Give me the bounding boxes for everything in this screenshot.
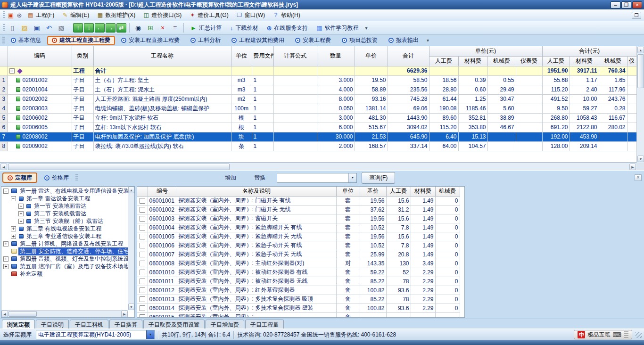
cell-price[interactable]: 58.89 bbox=[355, 85, 388, 94]
main-tab[interactable]: 基本信息 bbox=[6, 36, 46, 45]
close-button[interactable]: × bbox=[632, 1, 642, 8]
cell-feefile[interactable]: 1 bbox=[252, 104, 273, 113]
menu-item[interactable]: ▤工程(F) bbox=[24, 10, 58, 21]
cell-feefile[interactable]: 1 bbox=[252, 94, 273, 104]
tree-item[interactable]: +第二章 有线电视设备安装工程 bbox=[1, 225, 128, 232]
cell-machine[interactable]: 0 bbox=[435, 268, 460, 277]
cell-type[interactable]: 子目 bbox=[72, 94, 93, 104]
cell-code[interactable]: 06001012 bbox=[148, 286, 177, 295]
cell-formula[interactable] bbox=[273, 94, 317, 104]
cell-code[interactable]: 06001003 bbox=[148, 214, 177, 223]
main-tab[interactable]: 工料分析 bbox=[186, 36, 225, 45]
cell-unit[interactable]: 条 bbox=[231, 141, 252, 151]
cell[interactable]: 1.65 bbox=[599, 75, 627, 85]
cell[interactable]: 46.67 bbox=[487, 123, 516, 132]
cell-base-price[interactable]: 143.35 bbox=[360, 259, 386, 268]
tree-expander[interactable]: − bbox=[3, 189, 8, 194]
cell[interactable]: 117.96 bbox=[599, 85, 627, 94]
cell-total[interactable]: 235.56 bbox=[388, 85, 429, 94]
cell-qty[interactable]: 4.000 bbox=[317, 85, 355, 94]
cell-feefile[interactable]: 1 bbox=[252, 75, 273, 85]
cell-machine[interactable]: 0 bbox=[435, 277, 460, 286]
checkbox[interactable] bbox=[140, 234, 145, 239]
cell-name[interactable]: 合计 bbox=[93, 66, 231, 75]
cell-machine[interactable]: 0 bbox=[435, 223, 460, 232]
cell-material[interactable]: 1.49 bbox=[411, 205, 435, 214]
cell-type[interactable]: 子目 bbox=[72, 132, 93, 141]
cell-name[interactable]: 探测器安装（室内外、周界）: 门磁开关 无线 bbox=[177, 205, 336, 214]
cell-qty[interactable]: 3.000 bbox=[317, 75, 355, 85]
menu-item[interactable]: ✦造价工具(G) bbox=[185, 10, 232, 21]
cell-machine[interactable]: 0 bbox=[435, 205, 460, 214]
main-tab[interactable]: 安装工程直接工程费 bbox=[116, 36, 184, 45]
estimate-row[interactable]: 402003003子目电缆沟铺砌、盖砖(板)及移动盖板: 铺砌盖保护100m10… bbox=[0, 104, 636, 113]
cell[interactable] bbox=[627, 85, 636, 94]
cell-qty[interactable]: 3.000 bbox=[317, 113, 355, 123]
cell-material[interactable]: 3.49 bbox=[411, 259, 435, 268]
swap-button[interactable]: ⇄ bbox=[116, 23, 126, 33]
cell-labor[interactable]: 7.8 bbox=[386, 223, 411, 232]
bottom-tab[interactable]: 子目工料机 bbox=[70, 320, 108, 329]
cell-unit[interactable]: 根 bbox=[231, 123, 252, 132]
tree-item[interactable]: −第一章 雷达设备安装工程 bbox=[1, 195, 128, 202]
tree-item[interactable]: +第二册 计算机、网络设备及布线安装工程 bbox=[1, 240, 128, 247]
cell-base-price[interactable]: 19.56 bbox=[360, 196, 386, 205]
cell-material[interactable]: 1.49 bbox=[411, 241, 435, 250]
quota-row[interactable]: 06001004探测器安装（室内外、周界）: 紧急脚踏开关 有线套10.527.… bbox=[137, 223, 460, 232]
cell[interactable]: 18.56 bbox=[429, 75, 458, 85]
cell-total[interactable]: 3094.02 bbox=[388, 123, 429, 132]
cell-base-price[interactable]: 37.62 bbox=[360, 205, 386, 214]
cell-name[interactable]: 探测器安装（室内外、周界）: 被动红外探测器 有线 bbox=[177, 268, 336, 277]
cell-type[interactable]: 子目 bbox=[72, 141, 93, 151]
cell-code[interactable]: 02009002 bbox=[8, 141, 72, 151]
tree-expander[interactable]: + bbox=[18, 219, 24, 224]
cell-unit[interactable]: 套 bbox=[336, 295, 360, 304]
cell-qty[interactable]: 8.000 bbox=[317, 94, 355, 104]
cell[interactable]: 352.81 bbox=[458, 113, 487, 123]
cell[interactable] bbox=[627, 104, 636, 113]
cell-name[interactable]: 探测器安装（室内外、周界）: 主动红外探测器(对) bbox=[177, 259, 336, 268]
panel-close-button[interactable]: × bbox=[635, 174, 642, 181]
cell-name[interactable]: 探测器安装（室内外、周界）: 紧急脚踏开关 无线 bbox=[177, 232, 336, 241]
quota-row[interactable]: 06001003探测器安装（室内外、周界）: 窗磁开关套19.5615.61.4… bbox=[137, 214, 460, 223]
app-menu-icon[interactable]: ▣ bbox=[7, 12, 15, 19]
cell-code[interactable]: 06001015 bbox=[148, 312, 177, 318]
cell[interactable] bbox=[516, 132, 542, 141]
cell-name[interactable]: 人工开挖路面: 混凝土路面 厚度(250mm以内) bbox=[93, 94, 231, 104]
cell-base-price[interactable]: 19.56 bbox=[360, 214, 386, 223]
scroll-down-button[interactable]: ▼ bbox=[637, 156, 644, 162]
cell[interactable]: 61.44 bbox=[429, 94, 458, 104]
menu-item[interactable]: ✎编辑(E) bbox=[58, 10, 93, 21]
cell-material[interactable]: 1.49 bbox=[411, 214, 435, 223]
cell-machine[interactable]: 0 bbox=[435, 295, 460, 304]
cell-name[interactable]: 探测器安装（室内外、周界）: bbox=[177, 312, 336, 318]
cell[interactable]: 9.50 bbox=[542, 104, 570, 113]
open-folder-button[interactable]: ▨ bbox=[19, 23, 30, 33]
cell[interactable] bbox=[627, 66, 636, 75]
cell-code[interactable]: 06001011 bbox=[148, 277, 177, 286]
quota-row[interactable]: 06001012探测器安装（室内外、周界）: 红外幕帘探测器套100.8293.… bbox=[137, 286, 460, 295]
cell-feefile[interactable]: 1 bbox=[252, 123, 273, 132]
cell-unit[interactable]: 套 bbox=[336, 223, 360, 232]
cell[interactable] bbox=[627, 141, 636, 151]
cell-name[interactable]: 立杆: 9m以下水泥杆 软石 bbox=[93, 113, 231, 123]
cell[interactable] bbox=[599, 141, 627, 151]
cell-unit[interactable]: 套 bbox=[336, 214, 360, 223]
library-combobox[interactable]: 电子建设工程预算定额(HYD41-2005) ▾ bbox=[36, 330, 155, 339]
search-button[interactable]: ◉ bbox=[132, 23, 144, 33]
cell[interactable] bbox=[627, 94, 636, 104]
scrollbar-thumb[interactable] bbox=[8, 311, 37, 317]
main-tab[interactable]: 报表输出 bbox=[384, 36, 423, 45]
bottom-tab[interactable]: 子目工程量 bbox=[245, 320, 284, 329]
cell-price[interactable] bbox=[355, 66, 388, 75]
cell-price[interactable]: 168.57 bbox=[355, 141, 388, 151]
checkbox[interactable] bbox=[140, 252, 145, 257]
panel-tab[interactable]: 价格库 bbox=[39, 172, 74, 183]
cell-base-price[interactable]: 10.52 bbox=[360, 223, 386, 232]
cell-machine[interactable]: 0 bbox=[435, 214, 460, 223]
cell-formula[interactable] bbox=[273, 113, 317, 123]
cell-base-price[interactable]: 25.99 bbox=[360, 250, 386, 259]
save-button[interactable]: ▣ bbox=[31, 23, 42, 33]
tree-expander[interactable]: + bbox=[11, 234, 16, 239]
move-right-button[interactable]: → bbox=[106, 23, 116, 33]
